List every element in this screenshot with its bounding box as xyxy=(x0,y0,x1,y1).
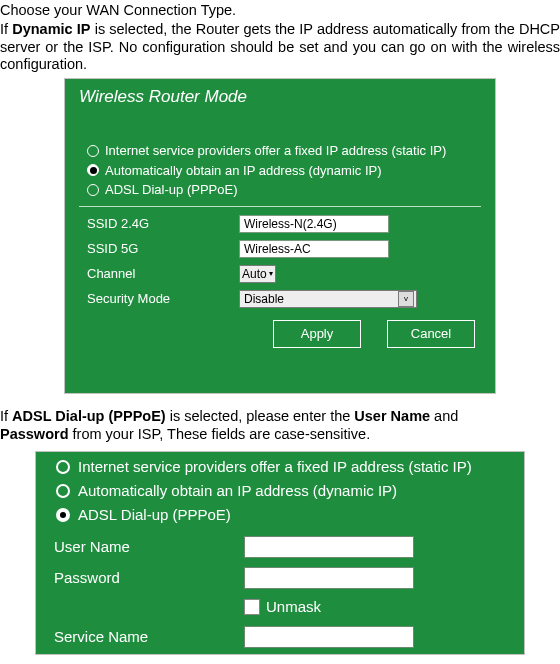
text: from your ISP, These fields are case-sen… xyxy=(69,426,371,442)
username-bold: User Name xyxy=(354,408,430,424)
radio-pppoe[interactable]: ADSL Dial-up (PPPoE) xyxy=(50,506,510,524)
radio-label: Internet service providers offer a fixed… xyxy=(105,143,446,159)
chevron-down-icon: v xyxy=(398,291,414,307)
radio-icon xyxy=(87,184,99,196)
cancel-button[interactable]: Cancel xyxy=(387,320,475,348)
row-channel: Channel Auto ▾ xyxy=(79,265,481,283)
wireless-router-mode-panel: Wireless Router Mode Internet service pr… xyxy=(64,78,496,394)
intro-line-1: Choose your WAN Connection Type. xyxy=(0,2,560,19)
radio-icon xyxy=(56,460,70,474)
dynamic-ip-bold: Dynamic IP xyxy=(12,21,90,37)
password-bold: Password xyxy=(0,426,69,442)
radio-icon xyxy=(87,164,99,176)
radio-static-ip[interactable]: Internet service providers offer a fixed… xyxy=(79,143,481,159)
text: and xyxy=(430,408,458,424)
button-row: Apply Cancel xyxy=(79,320,481,348)
row-ssid-5g: SSID 5G Wireless-AC xyxy=(79,240,481,258)
row-username: User Name xyxy=(50,536,510,558)
text: If xyxy=(0,408,12,424)
service-name-label: Service Name xyxy=(54,628,244,646)
radio-label: Automatically obtain an IP address (dyna… xyxy=(78,482,397,500)
ssid-5g-label: SSID 5G xyxy=(87,241,239,257)
row-security-mode: Security Mode Disable v xyxy=(79,290,481,308)
ssid-24g-input[interactable]: Wireless-N(2.4G) xyxy=(239,215,389,233)
radio-icon xyxy=(56,484,70,498)
password-label: Password xyxy=(54,569,244,587)
channel-label: Channel xyxy=(87,266,239,282)
apply-button[interactable]: Apply xyxy=(273,320,361,348)
panel-title: Wireless Router Mode xyxy=(79,87,481,107)
row-unmask[interactable]: Unmask xyxy=(244,598,510,616)
radio-label: ADSL Dial-up (PPPoE) xyxy=(78,506,231,524)
radio-static-ip[interactable]: Internet service providers offer a fixed… xyxy=(50,458,510,476)
text: If xyxy=(0,21,12,37)
service-name-input[interactable] xyxy=(244,626,414,648)
password-input[interactable] xyxy=(244,567,414,589)
ssid-5g-input[interactable]: Wireless-AC xyxy=(239,240,389,258)
radio-icon xyxy=(56,508,70,522)
text: is selected, please enter the xyxy=(166,408,355,424)
username-input[interactable] xyxy=(244,536,414,558)
radio-label: Internet service providers offer a fixed… xyxy=(78,458,472,476)
select-value: Disable xyxy=(244,292,284,306)
security-mode-select[interactable]: Disable v xyxy=(239,290,417,308)
pppoe-panel: Internet service providers offer a fixed… xyxy=(35,451,525,655)
channel-select[interactable]: Auto ▾ xyxy=(239,265,276,283)
radio-dynamic-ip[interactable]: Automatically obtain an IP address (dyna… xyxy=(50,482,510,500)
divider xyxy=(79,206,481,207)
unmask-label: Unmask xyxy=(266,598,321,616)
security-mode-label: Security Mode xyxy=(87,291,239,307)
row-ssid-24g: SSID 2.4G Wireless-N(2.4G) xyxy=(79,215,481,233)
checkbox-icon xyxy=(244,599,260,615)
pppoe-intro-para: If ADSL Dial-up (PPPoE) is selected, ple… xyxy=(0,408,560,425)
pppoe-intro-para-2: Password from your ISP, These fields are… xyxy=(0,426,560,443)
select-value: Auto xyxy=(242,267,267,281)
radio-icon xyxy=(87,145,99,157)
intro-dynamic-ip-para: If Dynamic IP is selected, the Router ge… xyxy=(0,21,560,73)
chevron-down-icon: ▾ xyxy=(269,269,273,279)
radio-dynamic-ip[interactable]: Automatically obtain an IP address (dyna… xyxy=(79,163,481,179)
radio-label: Automatically obtain an IP address (dyna… xyxy=(105,163,382,179)
pppoe-bold: ADSL Dial-up (PPPoE) xyxy=(12,408,166,424)
username-label: User Name xyxy=(54,538,244,556)
row-password: Password xyxy=(50,567,510,589)
ssid-24g-label: SSID 2.4G xyxy=(87,216,239,232)
radio-label: ADSL Dial-up (PPPoE) xyxy=(105,182,237,198)
row-service-name: Service Name xyxy=(50,626,510,648)
radio-pppoe[interactable]: ADSL Dial-up (PPPoE) xyxy=(79,182,481,198)
